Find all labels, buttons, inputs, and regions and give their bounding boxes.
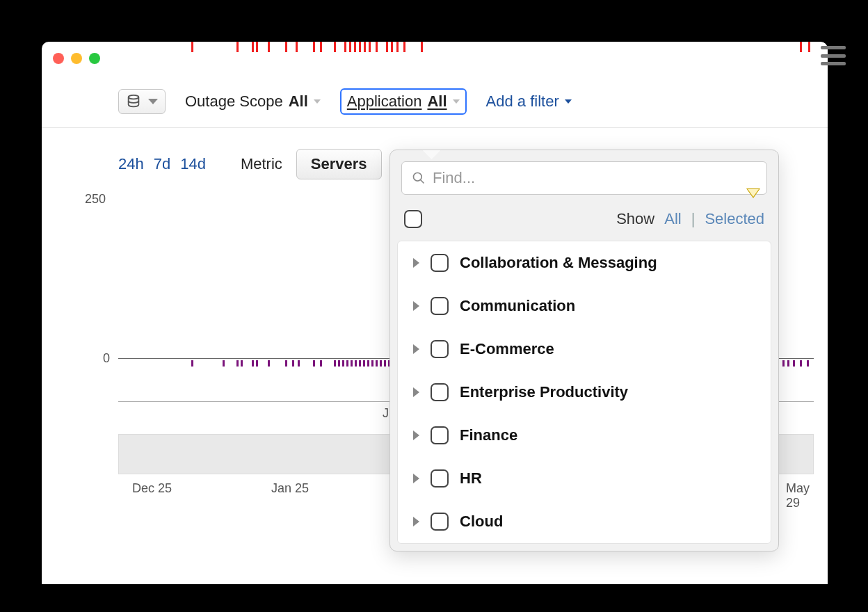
x-axis-tick: Dec 25 [132,481,172,496]
chart-bar [349,42,351,52]
event-tick [380,360,382,367]
dropdown-item[interactable]: Collaboration & Messaging [398,241,771,284]
filter-label: Application [347,92,422,111]
time-range-picker: 24h 7d 14d [118,155,206,173]
chart-bar [800,42,802,52]
database-icon [126,94,141,109]
select-all-checkbox[interactable] [404,210,422,228]
dropdown-item[interactable]: Communication [398,284,771,328]
svg-line-2 [421,180,424,184]
dropdown-item-label: Finance [460,426,517,444]
chart-bar [344,42,346,52]
dropdown-item[interactable]: Cloud [398,500,771,543]
item-checkbox[interactable] [431,469,449,488]
event-tick [371,360,373,367]
event-tick [320,360,322,367]
dropdown-list: Collaboration & MessagingCommunicationE-… [397,241,771,544]
event-tick [298,360,300,367]
add-filter-button[interactable]: Add a filter [486,92,572,111]
chart-bar [252,42,254,52]
y-axis-tick: 250 [85,192,106,207]
event-tick [355,360,357,367]
hamburger-menu-icon[interactable] [821,46,846,65]
chart-bar [391,42,393,52]
event-tick [236,360,239,367]
event-tick [787,360,789,367]
titlebar [42,42,828,75]
svg-point-0 [129,95,139,99]
chart-bar [236,42,239,52]
chart-bar [396,42,399,52]
dropdown-item-label: Cloud [460,513,503,531]
dropdown-show-row: Show All | Selected [390,206,778,241]
metric-label: Metric [241,155,282,173]
caret-down-icon [314,99,321,104]
event-tick [338,360,340,367]
chart-bar [354,42,356,52]
chart-bar [386,42,388,52]
data-source-select[interactable] [118,89,166,114]
filter-value: All [427,92,447,111]
dropdown-item[interactable]: Finance [398,414,771,457]
chart-bar [268,42,270,52]
event-tick [793,360,795,367]
chart-bar [313,42,315,52]
expand-icon[interactable] [413,301,419,311]
event-tick [782,360,785,367]
application-filter-dropdown: Show All | Selected Collaboration & Mess… [389,150,779,551]
event-tick [800,360,802,367]
item-checkbox[interactable] [431,340,449,358]
dropdown-item-label: Enterprise Productivity [460,383,628,401]
expand-icon[interactable] [413,430,419,440]
x-axis-tick: Jan 25 [271,481,309,496]
caret-down-icon [148,99,158,104]
event-tick [191,360,193,367]
svg-point-1 [414,173,422,182]
expand-icon[interactable] [413,344,419,354]
app-window: Outage Scope All Application All Add a f… [42,42,828,584]
divider: | [691,210,696,228]
show-all-link[interactable]: All [664,210,681,228]
range-24h[interactable]: 24h [118,155,144,173]
window-minimize-icon[interactable] [71,53,82,64]
metric-servers-button[interactable]: Servers [296,149,382,179]
chart-bar [364,42,366,52]
expand-icon[interactable] [413,517,419,526]
range-14d[interactable]: 14d [180,155,206,173]
chart-bar [285,42,287,52]
dropdown-search-input[interactable] [433,169,757,187]
chart-bar [334,42,336,52]
search-icon [412,171,426,185]
item-checkbox[interactable] [431,426,449,444]
event-tick [367,360,369,367]
dropdown-item[interactable]: Enterprise Productivity [398,371,771,414]
add-filter-label: Add a filter [486,92,559,111]
item-checkbox[interactable] [431,254,449,272]
window-zoom-icon[interactable] [89,53,100,64]
dropdown-item[interactable]: E-Commerce [398,328,771,371]
item-checkbox[interactable] [431,383,449,401]
expand-icon[interactable] [413,474,419,483]
dropdown-item[interactable]: HR [398,457,771,500]
item-checkbox[interactable] [431,297,449,315]
show-selected-link[interactable]: Selected [705,210,764,228]
chart-bar [359,42,361,52]
event-tick [376,360,378,367]
dropdown-search [401,161,767,195]
event-tick [807,360,809,367]
event-tick [363,360,365,367]
chart-bar [320,42,322,52]
item-checkbox[interactable] [431,513,449,531]
caret-down-icon [565,99,572,104]
window-close-icon[interactable] [53,53,64,64]
event-tick [292,360,294,367]
outage-scope-filter[interactable]: Outage Scope All [185,92,321,111]
filter-bar: Outage Scope All Application All Add a f… [42,75,828,128]
expand-icon[interactable] [413,258,419,268]
range-7d[interactable]: 7d [154,155,170,173]
application-filter[interactable]: Application All [340,88,467,115]
event-tick [256,360,258,367]
show-label: Show [616,210,654,228]
event-tick [334,360,336,367]
expand-icon[interactable] [413,387,419,397]
